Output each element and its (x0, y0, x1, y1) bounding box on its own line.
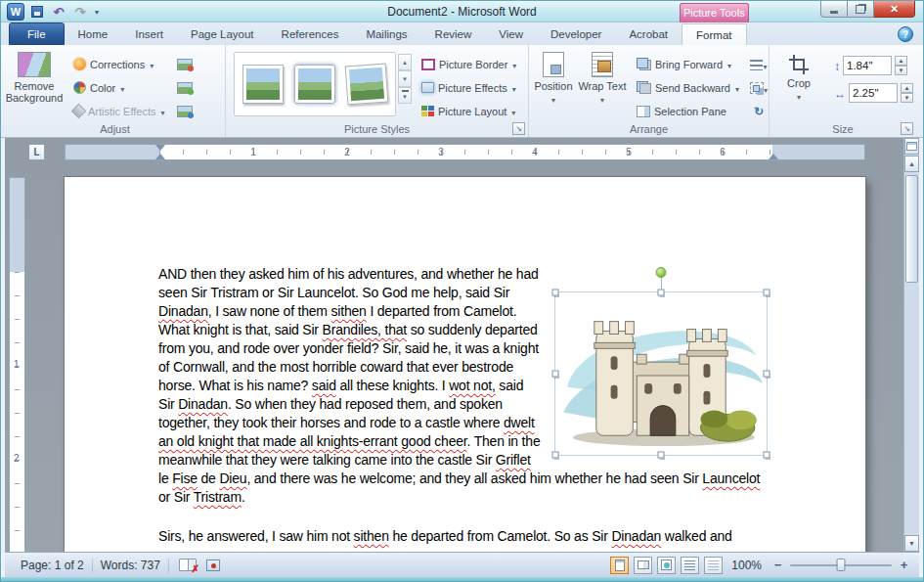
picture-effects-button[interactable]: Picture Effects (418, 77, 520, 98)
height-step-up-button[interactable] (895, 56, 907, 66)
tab-developer[interactable]: Developer (537, 23, 615, 45)
misspelled-text-run[interactable]: Griflet (496, 452, 531, 468)
picture-style-option-3[interactable] (343, 57, 390, 112)
group-objects-button[interactable] (749, 78, 769, 98)
selected-picture[interactable] (550, 267, 771, 459)
view-full-screen-reading-button[interactable] (634, 557, 652, 574)
width-step-down-button[interactable] (901, 93, 913, 103)
vertical-scrollbar[interactable] (903, 138, 919, 552)
proofing-errors-button[interactable] (179, 559, 197, 571)
text-run[interactable]: Sirs, he answered, I saw him not (158, 528, 354, 544)
tab-insert[interactable]: Insert (121, 23, 177, 45)
color-button[interactable]: Color (69, 77, 169, 98)
shape-height-input[interactable] (843, 56, 892, 75)
picture-tools-contextual-header[interactable]: Picture Tools (680, 3, 748, 22)
resize-handle-n[interactable] (658, 290, 665, 296)
macro-record-button[interactable] (206, 560, 220, 571)
document-page[interactable]: AND then they asked him of his adventure… (65, 177, 865, 552)
send-backward-button[interactable]: Send Backward (633, 77, 743, 98)
page-indicator[interactable]: Page: 1 of 2 (13, 559, 93, 572)
gallery-more-button[interactable] (398, 87, 412, 104)
tab-page-layout[interactable]: Page Layout (177, 23, 268, 45)
crop-button[interactable]: Crop (770, 48, 828, 120)
resize-handle-nw[interactable] (552, 290, 559, 296)
text-run[interactable]: AND then they asked him of his adventure… (158, 266, 539, 300)
remove-background-button[interactable]: Remove Background (5, 48, 64, 120)
resize-handle-sw[interactable] (552, 452, 559, 459)
zoom-level[interactable]: 100% (727, 559, 766, 572)
tab-acrobat[interactable]: Acrobat (615, 23, 682, 45)
misspelled-text-run[interactable]: Tristram (194, 489, 242, 505)
misspelled-text-run[interactable]: wot not, (449, 378, 495, 393)
help-button[interactable] (898, 26, 913, 42)
view-outline-button[interactable] (681, 557, 699, 574)
zoom-in-button[interactable] (897, 558, 911, 572)
picture-selection-box[interactable] (554, 291, 768, 456)
text-run[interactable]: , and there was he welcome; and they all… (246, 470, 702, 486)
resize-handle-se[interactable] (764, 452, 770, 459)
misspelled-text-run[interactable]: Fise (172, 470, 198, 486)
picture-style-option-2[interactable] (291, 57, 338, 112)
tab-home[interactable]: Home (65, 23, 122, 45)
zoom-slider[interactable] (790, 558, 892, 572)
scroll-down-button[interactable] (904, 535, 919, 552)
picture-styles-dialog-launcher[interactable] (512, 122, 525, 135)
text-run[interactable]: , I saw none of them (208, 303, 331, 319)
view-ruler-toggle-button[interactable] (904, 138, 919, 155)
misspelled-text-run[interactable]: sithen (354, 528, 389, 544)
align-objects-button[interactable] (749, 55, 769, 74)
rotate-objects-button[interactable] (749, 102, 769, 121)
right-indent-marker[interactable] (769, 154, 778, 159)
minimize-button[interactable] (820, 1, 848, 18)
text-run[interactable]: or Sir (158, 489, 194, 505)
corrections-button[interactable]: Corrections (69, 54, 169, 74)
bring-forward-button[interactable]: Bring Forward (633, 54, 743, 74)
tab-review[interactable]: Review (421, 23, 486, 45)
word-count[interactable]: Words: 737 (93, 559, 169, 572)
paragraph-2[interactable]: Sirs, he answered, I saw him not sithen … (158, 527, 771, 546)
resize-handle-e[interactable] (764, 371, 770, 378)
gallery-scroll-down-button[interactable] (398, 70, 412, 87)
first-line-indent-marker[interactable] (155, 145, 165, 151)
document-text[interactable]: AND then they asked him of his adventure… (158, 265, 771, 546)
view-web-layout-button[interactable] (657, 557, 676, 574)
picture-border-button[interactable]: Picture Border (418, 54, 520, 74)
view-draft-button[interactable] (704, 557, 723, 574)
text-run[interactable]: he departed from Camelot. So as Sir (389, 528, 612, 544)
size-dialog-launcher[interactable] (901, 122, 913, 135)
resize-handle-w[interactable] (552, 371, 559, 378)
restore-button[interactable] (848, 1, 874, 18)
wrap-text-button[interactable]: Wrap Text (578, 48, 627, 120)
view-print-layout-button[interactable] (610, 557, 629, 574)
shape-width-input[interactable] (849, 83, 898, 103)
change-picture-button[interactable] (175, 78, 195, 98)
text-run[interactable]: all these knights. I (336, 378, 449, 393)
misspelled-text-run[interactable]: Dinadan (158, 303, 208, 319)
misspelled-text-run[interactable]: Dinadan (611, 528, 661, 544)
resize-handle-s[interactable] (658, 452, 665, 459)
misspelled-text-run[interactable]: said (312, 378, 336, 393)
misspelled-text-run[interactable]: Brandiles, that (323, 322, 408, 337)
position-button[interactable]: Position (529, 48, 578, 120)
close-button[interactable] (874, 1, 915, 18)
text-run[interactable]: walked and (661, 528, 732, 544)
selection-pane-button[interactable]: Selection Pane (633, 101, 743, 121)
scroll-up-button[interactable] (904, 156, 919, 172)
misspelled-text-run[interactable]: Dieu (219, 470, 246, 486)
gallery-scroll-up-button[interactable] (398, 54, 412, 70)
rotate-handle[interactable] (656, 267, 667, 278)
scrollbar-thumb[interactable] (905, 175, 918, 283)
zoom-slider-thumb[interactable] (837, 559, 846, 571)
tab-references[interactable]: References (268, 23, 353, 45)
compress-pictures-button[interactable] (175, 55, 195, 74)
reset-picture-button[interactable] (175, 102, 195, 121)
misspelled-text-run[interactable]: sithen (331, 303, 367, 319)
picture-layout-button[interactable]: Picture Layout (418, 101, 520, 121)
tab-stop-selector[interactable] (28, 144, 45, 160)
tab-mailings[interactable]: Mailings (352, 23, 420, 45)
tab-format[interactable]: Format (682, 23, 746, 45)
tab-view[interactable]: View (485, 23, 537, 45)
hanging-indent-marker[interactable] (155, 154, 165, 159)
misspelled-text-run[interactable]: Dinadan (178, 396, 228, 412)
misspelled-text-run[interactable]: Launcelot (702, 470, 760, 486)
